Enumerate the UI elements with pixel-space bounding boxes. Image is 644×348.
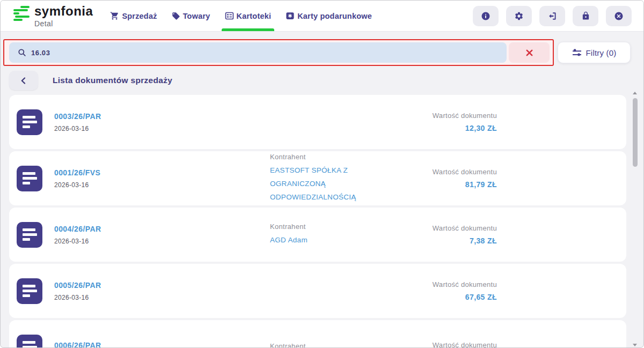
document-date: 2026-03-16 bbox=[54, 181, 270, 189]
tab-karty-podarunkowe[interactable]: Karty podarunkowe bbox=[286, 1, 372, 31]
title-row: Lista dokumentów sprzedaży bbox=[9, 71, 635, 90]
lock-button[interactable] bbox=[573, 6, 598, 26]
contractor-column: Kontrahent bbox=[270, 342, 392, 348]
scroll-up-arrow-icon[interactable] bbox=[633, 92, 637, 94]
sliders-icon bbox=[572, 48, 582, 57]
documents-list: 0003/26/PAR 2026-03-16 Wartość dokumentu… bbox=[9, 95, 626, 348]
contractor-label: Kontrahent bbox=[270, 223, 392, 231]
document-row[interactable]: 0004/26/PAR 2026-03-16 Kontrahent AGD Ad… bbox=[9, 208, 626, 262]
settings-icon bbox=[514, 11, 524, 21]
document-value: 67,65 ZŁ bbox=[392, 293, 497, 301]
value-label: Wartość dokumentu bbox=[392, 168, 497, 176]
logout-button[interactable] bbox=[539, 6, 565, 26]
gift-card-icon bbox=[286, 11, 295, 20]
document-number-link[interactable]: 0001/26/FVS bbox=[54, 168, 100, 177]
document-info: 0005/26/PAR 2026-03-16 bbox=[54, 280, 270, 301]
tag-icon bbox=[172, 12, 180, 20]
page-title: Lista dokumentów sprzedaży bbox=[53, 76, 172, 85]
tab-towary[interactable]: Towary bbox=[172, 1, 210, 31]
contractor-column: Kontrahent EASTSOFT SPÓŁKA Z OGRANICZONĄ… bbox=[270, 153, 392, 204]
search-input[interactable]: 16.03 bbox=[9, 42, 507, 63]
chevron-left-icon bbox=[20, 77, 27, 85]
document-row[interactable]: 0005/26/PAR 2026-03-16 Wartość dokumentu… bbox=[9, 264, 626, 318]
document-icon bbox=[17, 222, 42, 248]
scrollbar-thumb[interactable] bbox=[633, 98, 638, 167]
contractor-column bbox=[270, 121, 392, 123]
document-info: 0004/26/PAR 2026-03-16 bbox=[54, 224, 270, 245]
brand-logo: symfonia Detal bbox=[13, 5, 93, 31]
document-info: 0003/26/PAR 2026-03-16 bbox=[54, 112, 270, 132]
brand-subtitle: Detal bbox=[34, 19, 93, 28]
contractor-column bbox=[270, 290, 392, 292]
tab-label: Towary bbox=[183, 12, 210, 20]
document-number-link[interactable]: 0005/26/PAR bbox=[54, 281, 101, 290]
tab-label: Kartoteki bbox=[237, 12, 272, 20]
document-icon bbox=[17, 166, 42, 191]
document-value: 12,30 ZŁ bbox=[392, 124, 497, 132]
card-index-icon bbox=[225, 11, 234, 20]
document-icon bbox=[17, 109, 42, 135]
document-row[interactable]: 0006/26/PAR Kontrahent Wartość dokumentu bbox=[9, 320, 626, 348]
close-button[interactable] bbox=[606, 6, 632, 26]
document-number-link[interactable]: 0003/26/PAR bbox=[54, 112, 101, 121]
document-icon bbox=[17, 278, 42, 304]
info-button[interactable] bbox=[473, 6, 499, 26]
document-value: 7,38 ZŁ bbox=[392, 236, 497, 245]
brand-name: symfonia bbox=[34, 5, 93, 18]
document-number-link[interactable]: 0006/26/PAR bbox=[54, 341, 101, 348]
value-label: Wartość dokumentu bbox=[392, 224, 497, 232]
clear-x-icon bbox=[525, 48, 534, 57]
cart-icon bbox=[110, 11, 119, 20]
tab-sprzedaz[interactable]: Sprzedaż bbox=[110, 1, 157, 31]
document-row[interactable]: 0001/26/FVS 2026-03-16 Kontrahent EASTSO… bbox=[9, 151, 626, 205]
logout-icon bbox=[547, 11, 557, 21]
tab-label: Karty podarunkowe bbox=[297, 12, 372, 20]
value-column: Wartość dokumentu bbox=[392, 341, 497, 348]
contractor-label: Kontrahent bbox=[270, 153, 392, 161]
search-value: 16.03 bbox=[31, 49, 50, 57]
contractor-link[interactable]: AGD Adam bbox=[270, 233, 392, 247]
main-nav: Sprzedaż Towary Kartoteki Karty podarunk… bbox=[110, 1, 372, 31]
tab-label: Sprzedaż bbox=[122, 12, 157, 20]
close-icon bbox=[614, 11, 624, 21]
contractor-link[interactable]: EASTSOFT SPÓŁKA Z OGRANICZONĄ ODPOWIEDZI… bbox=[270, 164, 392, 204]
value-label: Wartość dokumentu bbox=[392, 280, 497, 288]
app-header: symfonia Detal Sprzedaż Towary Kartoteki… bbox=[1, 1, 643, 32]
vertical-scrollbar[interactable] bbox=[632, 92, 639, 346]
document-info: 0001/26/FVS 2026-03-16 bbox=[54, 168, 270, 189]
document-number-link[interactable]: 0004/26/PAR bbox=[54, 225, 101, 233]
document-date: 2026-03-16 bbox=[54, 125, 270, 132]
document-row[interactable]: 0003/26/PAR 2026-03-16 Wartość dokumentu… bbox=[9, 95, 626, 149]
value-column: Wartość dokumentu 7,38 ZŁ bbox=[392, 224, 497, 245]
value-column: Wartość dokumentu 12,30 ZŁ bbox=[392, 112, 497, 132]
clear-search-button[interactable] bbox=[509, 42, 550, 63]
contractor-column: Kontrahent AGD Adam bbox=[270, 223, 392, 247]
search-icon bbox=[18, 48, 26, 57]
document-info: 0006/26/PAR bbox=[54, 340, 270, 348]
filters-button[interactable]: Filtry (0) bbox=[558, 42, 631, 63]
tab-kartoteki[interactable]: Kartoteki bbox=[225, 1, 272, 31]
back-button[interactable] bbox=[9, 71, 38, 90]
value-label: Wartość dokumentu bbox=[392, 341, 497, 348]
scroll-down-arrow-icon[interactable] bbox=[633, 344, 637, 346]
settings-button[interactable] bbox=[506, 6, 532, 26]
search-highlight-annotation: 16.03 bbox=[3, 39, 554, 66]
header-actions bbox=[473, 6, 632, 26]
info-icon bbox=[481, 11, 491, 21]
document-icon bbox=[17, 335, 42, 348]
symfonia-logo-icon bbox=[13, 6, 30, 22]
value-column: Wartość dokumentu 67,65 ZŁ bbox=[392, 280, 497, 301]
document-date: 2026-03-16 bbox=[54, 294, 270, 301]
lock-icon bbox=[581, 11, 590, 20]
document-value: 81,79 ZŁ bbox=[392, 180, 497, 189]
filters-label: Filtry (0) bbox=[586, 48, 617, 57]
app-window: symfonia Detal Sprzedaż Towary Kartoteki… bbox=[0, 0, 644, 348]
search-row: 16.03 Filtry (0) bbox=[3, 39, 631, 66]
contractor-label: Kontrahent bbox=[270, 342, 392, 348]
value-label: Wartość dokumentu bbox=[392, 112, 497, 120]
value-column: Wartość dokumentu 81,79 ZŁ bbox=[392, 168, 497, 189]
document-date: 2026-03-16 bbox=[54, 238, 270, 245]
